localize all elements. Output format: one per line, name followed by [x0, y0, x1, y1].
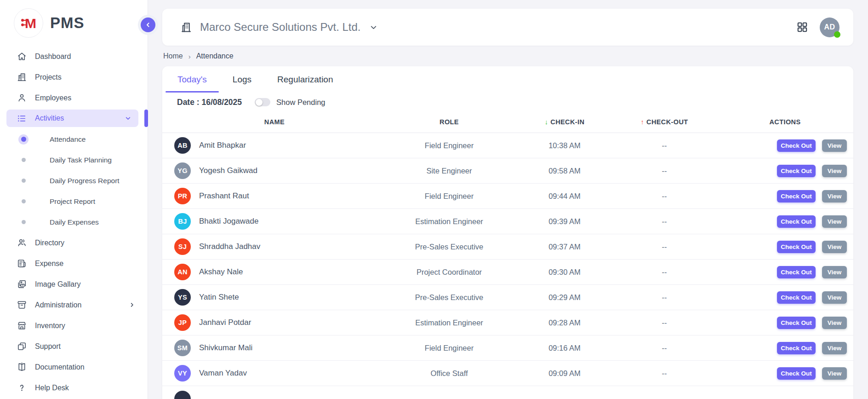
check-out-button[interactable]: Check Out — [777, 139, 816, 152]
sidebar-nav: Dashboard Projects Employees — [0, 46, 148, 398]
employee-name: Bhakti Jogawade — [199, 217, 258, 226]
tab-logs[interactable]: Logs — [220, 66, 264, 93]
tab-todays[interactable]: Today's — [165, 66, 220, 93]
check-in-time: 09:39 AM — [523, 217, 606, 226]
user-avatar[interactable]: AD — [820, 17, 839, 37]
check-out-button[interactable]: Check Out — [777, 190, 816, 202]
sidebar-item-image-gallery[interactable]: Image Gallary — [0, 274, 148, 295]
tab-regularization[interactable]: Regularization — [264, 66, 346, 93]
copy-squares-icon — [17, 341, 27, 352]
main-content: Marco Secure Solutions Pvt. Ltd. AD — [148, 0, 868, 399]
show-pending-toggle[interactable] — [255, 98, 270, 106]
check-out-button[interactable]: Check Out — [777, 241, 816, 253]
employee-name: Yatin Shete — [199, 293, 239, 302]
sidebar-subitem-project-report[interactable]: Project Report — [0, 191, 148, 212]
avatar — [174, 391, 191, 399]
sidebar-item-employees[interactable]: Employees — [0, 87, 148, 108]
check-out-button[interactable]: Check Out — [777, 367, 816, 380]
check-out-button[interactable]: Check Out — [777, 266, 816, 278]
sidebar-subitem-daily-expenses[interactable]: Daily Expenses — [0, 212, 148, 232]
check-out-button[interactable]: Check Out — [777, 342, 816, 354]
check-in-time: 09:09 AM — [523, 369, 606, 378]
table-row: SJ Shraddha Jadhav Pre-Sales Executive 0… — [162, 234, 853, 260]
employee-name: Shivkumar Mali — [199, 343, 252, 353]
check-in-time: 09:29 AM — [523, 293, 606, 302]
online-status-dot — [834, 31, 840, 38]
check-out-button[interactable]: Check Out — [777, 291, 816, 304]
sidebar-subitem-daily-progress-report[interactable]: Daily Progress Report — [0, 170, 148, 191]
sidebar-subitem-attendance[interactable]: Attendance — [0, 129, 148, 150]
employee-name: Vaman Yadav — [199, 369, 247, 378]
sidebar-subitem-daily-task-planning[interactable]: Daily Task Planning — [0, 150, 148, 170]
check-in-time: 09:44 AM — [523, 192, 606, 201]
bullet-icon — [18, 217, 29, 227]
employee-role: Estimation Engineer — [376, 318, 523, 327]
active-section-indicator — [144, 110, 148, 127]
check-out-button[interactable]: Check Out — [777, 317, 816, 329]
employee-role: Estimation Engineer — [376, 217, 523, 226]
avatar: YS — [174, 289, 191, 306]
check-in-time: 09:16 AM — [523, 344, 606, 353]
check-in-time: 09:28 AM — [523, 318, 606, 327]
sidebar-collapse-button[interactable] — [141, 17, 155, 32]
sidebar-item-documentation[interactable]: Documentation — [0, 357, 148, 377]
sidebar-item-label: Administration — [35, 301, 81, 309]
check-out-time: -- — [606, 369, 722, 378]
sidebar-item-label: Employees — [35, 94, 71, 102]
check-in-time: 10:38 AM — [523, 141, 606, 150]
header-check-in[interactable]: ↓CHECK-IN — [523, 118, 606, 126]
employee-role: Pre-Sales Executive — [376, 243, 523, 251]
view-button[interactable]: View — [822, 367, 847, 380]
employee-name: Akshay Nale — [199, 267, 243, 277]
apps-grid-icon[interactable] — [796, 21, 808, 33]
view-button[interactable]: View — [822, 215, 847, 228]
view-button[interactable]: View — [822, 317, 847, 329]
sidebar-item-dashboard[interactable]: Dashboard — [0, 46, 148, 67]
breadcrumb-home[interactable]: Home — [163, 52, 183, 60]
sidebar-item-label: Help Desk — [35, 384, 69, 392]
check-out-button[interactable]: Check Out — [777, 165, 816, 177]
table-row: AB Amit Bhapkar Field Engineer 10:38 AM … — [162, 133, 853, 158]
sidebar-item-help-desk[interactable]: Help Desk — [0, 377, 148, 398]
view-button[interactable]: View — [822, 342, 847, 354]
table-row: JP Janhavi Potdar Estimation Engineer 09… — [162, 310, 853, 335]
sidebar-item-inventory[interactable]: Inventory — [0, 315, 148, 336]
sidebar-item-label: Projects — [35, 73, 62, 81]
check-out-button[interactable]: Check Out — [777, 215, 816, 228]
check-out-time: -- — [606, 217, 722, 226]
header-check-out[interactable]: ↑CHECK-OUT — [606, 118, 722, 126]
check-out-time: -- — [606, 192, 722, 201]
table-row: PR Prashant Raut Field Engineer 09:44 AM… — [162, 184, 853, 209]
employee-name: Shraddha Jadhav — [199, 242, 260, 251]
view-button[interactable]: View — [822, 139, 847, 152]
sidebar-subitem-label: Project Report — [50, 197, 95, 206]
question-mark-icon — [17, 382, 27, 393]
view-button[interactable]: View — [822, 190, 847, 202]
sidebar-subitem-label: Daily Expenses — [50, 218, 99, 226]
table-row: AN Akshay Nale Project Coordinator 09:30… — [162, 260, 853, 285]
sidebar-subitem-label: Daily Progress Report — [50, 177, 120, 185]
list-icon — [17, 113, 27, 124]
sidebar-item-directory[interactable]: Directory — [0, 232, 148, 253]
view-button[interactable]: View — [822, 165, 847, 177]
table-row: BJ Bhakti Jogawade Estimation Engineer 0… — [162, 209, 853, 234]
employee-name: Prashant Raut — [199, 191, 249, 201]
sidebar-item-support[interactable]: Support — [0, 336, 148, 357]
breadcrumb: Home › Attendance — [162, 52, 853, 60]
check-in-time: 09:30 AM — [523, 268, 606, 277]
view-button[interactable]: View — [822, 291, 847, 304]
top-bar: Marco Secure Solutions Pvt. Ltd. AD — [162, 9, 853, 46]
view-button[interactable]: View — [822, 241, 847, 253]
sidebar-item-projects[interactable]: Projects — [0, 67, 148, 87]
sidebar-item-expense[interactable]: Expense — [0, 253, 148, 274]
check-out-time: -- — [606, 268, 722, 277]
header-name: NAME — [173, 118, 376, 126]
view-button[interactable]: View — [822, 266, 847, 278]
sidebar-item-label: Documentation — [35, 363, 85, 371]
employee-role: Site Engineer — [376, 167, 523, 175]
sidebar-item-activities[interactable]: Activities — [6, 110, 138, 127]
table-row-partial — [162, 386, 853, 399]
employee-name: Janhavi Potdar — [199, 318, 251, 327]
sidebar-item-administration[interactable]: Administration — [0, 295, 148, 315]
company-selector[interactable]: Marco Secure Solutions Pvt. Ltd. — [180, 21, 378, 34]
